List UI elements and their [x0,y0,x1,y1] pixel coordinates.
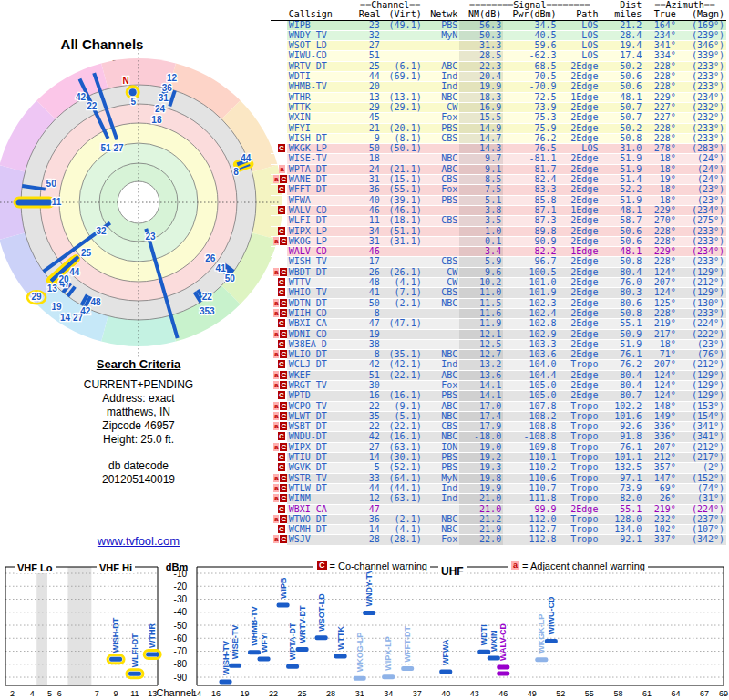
path-cell: 2Edge [559,113,601,123]
azimuth-magnetic-cell: (24°) [678,164,726,174]
azimuth-true-cell: 228° [643,226,677,236]
network-cell: MyN [424,473,460,483]
virtual-channel-cell: (28.1) [382,535,424,545]
nm-db-cell: -22.0 [459,535,503,545]
callsign-cell: WISH-DT [287,133,357,143]
distance-cell: 97.1 [600,473,643,483]
virtual-channel-cell: (22.1) [382,370,424,380]
column-group-header: ==Azimuth== [643,1,726,10]
nm-db-cell: 18.3 [459,92,503,102]
power-dbm-cell: -102.8 [503,319,558,329]
svg-text:67: 67 [700,689,709,698]
svg-text:44: 44 [241,153,252,163]
nm-db-cell: -17.9 [459,422,503,432]
warning-markers: aC [271,514,287,524]
azimuth-true-cell: 228° [643,123,677,133]
distance-cell: 132.5 [600,463,643,473]
station-row: WIPB23(49.1)PBS56.3-34.5LOS21.2164°(169°… [271,20,726,30]
warning-markers: aC [271,236,287,246]
svg-text:-50: -50 [174,621,188,631]
callsign-cell: WKEF [287,370,357,380]
svg-text:-70: -70 [174,646,188,656]
search-criteria: Search Criteria CURRENT+PENDING Address:… [0,357,277,487]
power-dbm-cell: -102.4 [503,308,558,318]
nm-db-cell: 8.5 [459,175,503,185]
criteria-address: Address: exact [0,392,277,406]
virtual-channel-cell: (4.1) [382,525,424,535]
callsign-cell: WFWA [287,195,357,205]
azimuth-true-cell: 147° [643,473,677,483]
station-row: WSOT-LD2731.3-59.6LOS19.4341°(346°) [271,41,726,51]
warning-markers: aC [271,401,287,411]
power-dbm-cell: -40.5 [503,30,558,40]
warning-markers [271,92,287,102]
path-cell: Tropo [559,411,601,421]
azimuth-true-cell: 228° [643,82,677,92]
callsign-cell: WNDY-TV [287,30,357,40]
virtual-channel-cell [382,113,424,123]
callsign-cell: WRGT-TV [287,380,357,390]
azimuth-true-cell: 18° [643,164,677,174]
azimuth-true-cell: 357° [643,463,677,473]
real-channel-cell: 36 [357,514,382,524]
nm-db-cell: -12.7 [459,350,503,360]
azimuth-magnetic-cell: (169°) [678,20,726,30]
virtual-channel-cell: (63.1) [382,442,424,452]
svg-text:WALV-CD: WALV-CD [498,623,508,661]
warning-markers: C [271,319,287,329]
nm-db-cell: -21.9 [459,525,503,535]
azimuth-true-cell: 229° [643,205,677,215]
distance-cell: 76.0 [600,278,643,288]
co-channel-warning-icon: C [280,402,286,410]
radar-plot: N5422251 271236312418844264150232235314 … [0,27,282,387]
column-header: Path [559,10,601,20]
network-cell [424,51,460,61]
adjacent-channel-warning-icon: a [273,402,279,410]
callsign-cell: WISE-TV [287,154,357,164]
warning-markers: aC [271,411,287,421]
power-dbm-cell: -112.8 [503,535,558,545]
distance-cell: 48.1 [600,92,643,102]
nm-db-cell: -11.0 [459,288,503,298]
path-cell: 2Edge [559,82,601,92]
warning-markers: aC [271,370,287,380]
power-dbm-cell: -108.8 [503,422,558,432]
co-channel-warning-icon: C [280,268,286,276]
svg-text:69: 69 [719,689,728,698]
svg-text:13: 13 [47,283,58,293]
co-channel-warning-icon: C [278,432,285,440]
warning-markers: aC [271,494,287,504]
real-channel-cell: 42 [357,360,382,370]
real-channel-cell: 46 [357,205,382,215]
warning-markers: C [271,226,287,236]
distance-cell: 58.7 [600,216,643,226]
network-cell: CW [424,267,460,277]
network-cell: CBS [424,257,460,267]
virtual-channel-cell: (31.1) [382,236,424,246]
co-channel-warning-icon: C [280,175,286,183]
callsign-cell: WGVK-DT [287,463,357,473]
vhf-lo-label: VHF Lo [15,562,56,573]
azimuth-true-cell: 227° [643,113,677,123]
station-row: aCWCPO-TV22(9.1)ABC-17.0-107.8Tropo102.2… [271,401,726,411]
svg-text:-60: -60 [174,633,188,643]
warning-markers: aC [271,473,287,483]
column-header: NM(dB) [459,10,503,20]
tvfool-link[interactable]: www.tvfool.com [0,534,277,548]
path-cell: Tropo [559,494,601,504]
co-channel-warning-icon: C [278,453,285,461]
azimuth-true-cell: 124° [643,391,677,401]
azimuth-true-cell: 336° [643,422,677,432]
station-row: WIWU-CD5128.5-62.3LOS17.4334°(339°) [271,51,726,61]
real-channel-cell: 47 [357,319,382,329]
path-cell: 2Edge [559,236,601,246]
azimuth-magnetic-cell: (234°) [678,247,726,257]
callsign-cell: WHMB-TV [287,82,357,92]
azimuth-magnetic-cell: (2°) [678,463,726,473]
power-dbm-cell: -82.2 [503,247,558,257]
vhf-hi-label: VHF Hi [97,562,135,573]
path-cell: 2Edge [559,154,601,164]
real-channel-cell: 31 [357,175,382,185]
nm-db-cell: 20.4 [459,72,503,82]
azimuth-true-cell: 234° [643,30,677,40]
